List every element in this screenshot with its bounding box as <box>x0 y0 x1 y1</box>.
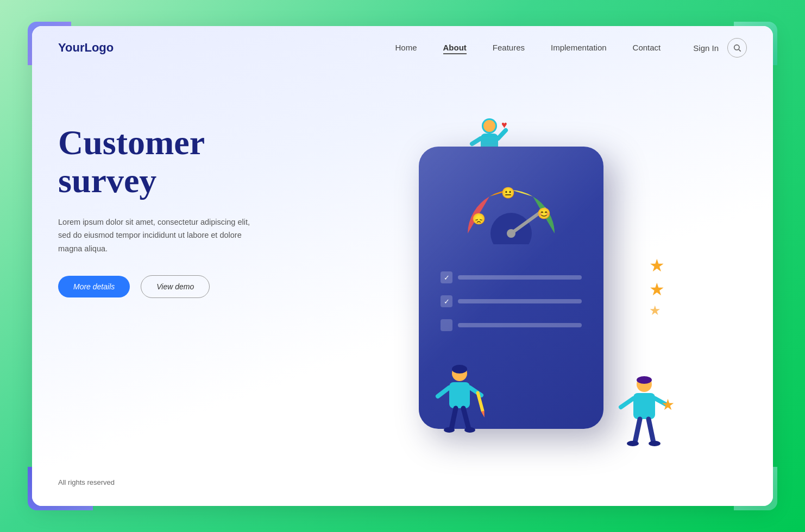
nav-item-implementation[interactable]: Implementation <box>551 43 607 53</box>
hero-title-line1: Customer <box>58 123 205 162</box>
check-line-3 <box>458 323 582 327</box>
nav-right: Sign In <box>693 38 747 58</box>
svg-point-14 <box>507 229 515 238</box>
nav-link-about[interactable]: About <box>443 43 467 54</box>
svg-line-25 <box>451 408 456 429</box>
svg-line-5 <box>472 138 481 144</box>
nav-item-about[interactable]: About <box>443 43 467 53</box>
check-item-3 <box>441 319 582 331</box>
star-1: ★ <box>649 255 669 275</box>
svg-line-32 <box>621 398 633 407</box>
nav-link-features[interactable]: Features <box>493 43 525 52</box>
gauge-svg: 😞 😐 😊 <box>457 168 565 244</box>
svg-line-6 <box>498 130 506 138</box>
phone-illustration: ♥ <box>375 114 680 472</box>
svg-text:😐: 😐 <box>501 186 515 199</box>
person2-illustration <box>430 364 495 451</box>
svg-point-3 <box>483 120 495 132</box>
svg-point-37 <box>627 441 639 446</box>
check-item-1: ✓ <box>441 271 582 283</box>
nav-item-contact[interactable]: Contact <box>633 43 661 53</box>
svg-point-28 <box>464 427 475 433</box>
nav-item-features[interactable]: Features <box>493 43 525 53</box>
svg-text:😊: 😊 <box>537 207 551 220</box>
hero-title: Customer survey <box>58 124 308 200</box>
nav-link-implementation[interactable]: Implementation <box>551 43 607 52</box>
svg-point-12 <box>490 213 532 244</box>
svg-marker-24 <box>481 411 486 418</box>
footer-text: All rights reserved <box>58 478 115 486</box>
nav-item-home[interactable]: Home <box>395 43 417 53</box>
svg-text:★: ★ <box>661 396 674 413</box>
svg-line-26 <box>463 408 469 429</box>
main-card: YourLogo Home About Features Implementat… <box>32 26 773 506</box>
hero-right: ♥ <box>308 91 747 506</box>
button-group: More details View demo <box>58 275 308 298</box>
check-line-2 <box>458 299 582 303</box>
person3-illustration: ★ <box>614 375 674 461</box>
svg-text:♥: ♥ <box>501 119 507 130</box>
hero-left: Customer survey Lorem ipsum dolor sit am… <box>58 91 308 298</box>
nav-link-home[interactable]: Home <box>395 43 417 52</box>
svg-line-35 <box>635 419 640 442</box>
svg-point-27 <box>444 427 455 433</box>
svg-point-30 <box>637 376 652 384</box>
svg-text:😞: 😞 <box>472 212 486 225</box>
nav-links: Home About Features Implementation Conta… <box>395 43 661 53</box>
nav-link-contact[interactable]: Contact <box>633 43 661 52</box>
svg-line-36 <box>649 419 653 442</box>
svg-point-19 <box>452 365 467 373</box>
svg-point-38 <box>649 441 661 446</box>
svg-line-21 <box>438 388 449 396</box>
navbar: YourLogo Home About Features Implementat… <box>32 26 773 69</box>
checklist: ✓ ✓ <box>441 271 582 343</box>
check-item-2: ✓ <box>441 295 582 307</box>
star-ratings: ★ ★ ★ <box>649 255 669 322</box>
svg-line-1 <box>739 49 740 51</box>
hero-description: Lorem ipsum dolor sit amet, consectetur … <box>58 216 265 256</box>
sign-in-link[interactable]: Sign In <box>693 43 719 53</box>
logo: YourLogo <box>58 41 114 55</box>
page-wrapper: YourLogo Home About Features Implementat… <box>28 22 777 510</box>
gauge-area: 😞 😐 😊 <box>457 168 593 266</box>
star-3: ★ <box>649 303 669 322</box>
checkbox-1: ✓ <box>441 271 452 283</box>
checkbox-2: ✓ <box>441 295 452 307</box>
hero-title-line2: survey <box>58 161 156 200</box>
svg-rect-31 <box>633 393 655 419</box>
more-details-button[interactable]: More details <box>58 276 130 297</box>
svg-point-0 <box>734 45 739 50</box>
svg-rect-20 <box>449 382 470 408</box>
view-demo-button[interactable]: View demo <box>141 275 210 298</box>
hero-section: Customer survey Lorem ipsum dolor sit am… <box>32 69 773 506</box>
star-2: ★ <box>649 279 669 299</box>
checkbox-3 <box>441 319 452 331</box>
check-line-1 <box>458 275 582 280</box>
search-icon <box>733 43 741 52</box>
search-button[interactable] <box>727 38 747 58</box>
